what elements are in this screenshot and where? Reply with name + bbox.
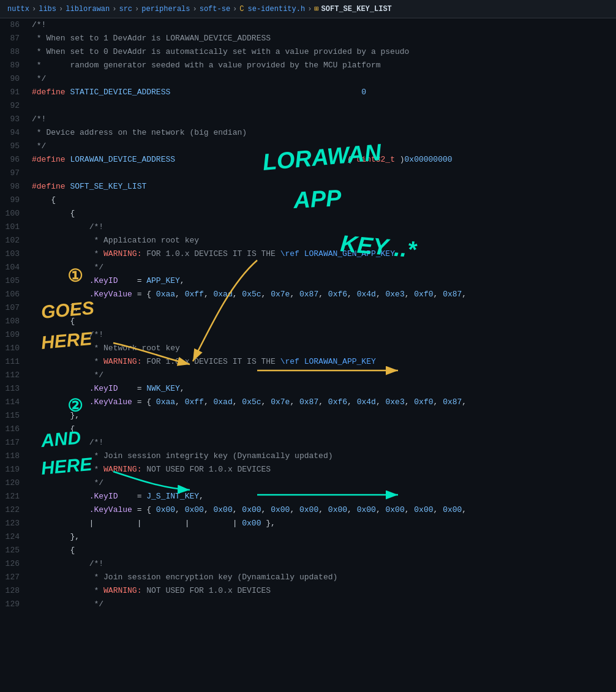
breadcrumb-part-soft-se[interactable]: soft-se	[200, 5, 230, 13]
code-area: 86/*!87 * When set to 1 DevAddr is LORAW…	[0, 18, 616, 611]
breadcrumb-part-libs[interactable]: libs	[39, 5, 56, 13]
sep6: ›	[233, 5, 237, 13]
circle-2-annotation: ②	[67, 396, 83, 415]
sep5: ›	[192, 5, 197, 13]
breadcrumb-symbol: SOFT_SE_KEY_LIST	[321, 5, 392, 13]
breadcrumb-part-src[interactable]: src	[119, 5, 132, 13]
arrow-goes-here	[113, 343, 190, 364]
lorawan-annotation: LORAWAN	[261, 139, 383, 175]
sep3: ›	[112, 5, 116, 13]
arrow-to-app-key	[193, 260, 257, 361]
circle-1-annotation: ①	[67, 266, 83, 285]
annotations-overlay: LORAWAN APP KEY ..* ① GOES HERE ② AND HE…	[0, 18, 616, 611]
breadcrumb-part-peripherals[interactable]: peripherals	[141, 5, 190, 13]
file-type-icon: C	[239, 5, 244, 13]
sep4: ›	[135, 5, 139, 13]
arrow-and-here	[113, 472, 190, 490]
here1-annotation: HERE	[40, 328, 94, 353]
app-annotation: APP	[292, 185, 342, 213]
breadcrumb-part-nuttx[interactable]: nuttx	[7, 5, 29, 13]
breadcrumb-file[interactable]: se-identity.h	[248, 5, 306, 13]
breadcrumb-part-liblorawan[interactable]: liblorawan	[66, 5, 110, 13]
breadcrumb-bar: nuttx › libs › liblorawan › src › periph…	[0, 0, 616, 18]
breadcrumb-symbol-icon: ⊞	[314, 4, 318, 13]
and-annotation: AND	[40, 427, 82, 451]
sep1: ›	[32, 5, 36, 13]
sep7: ›	[307, 5, 312, 13]
key-annotation: KEY ..*	[339, 230, 418, 263]
sep2: ›	[59, 5, 63, 13]
goes-annotation: GOES	[40, 298, 95, 322]
here2-annotation: HERE	[40, 454, 94, 478]
